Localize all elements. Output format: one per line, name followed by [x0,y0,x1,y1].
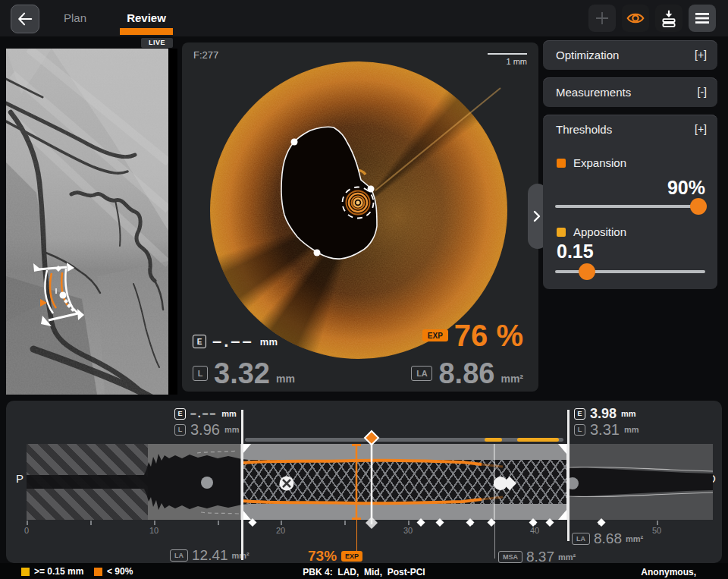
menu-button[interactable] [689,5,716,32]
contour-point [368,186,375,193]
proximal-reference-line [241,410,243,560]
distal-diameter-row: L 3.31 mm [574,421,639,438]
frame-marker [201,477,213,489]
top-bar: Plan Review [0,0,728,36]
accordion-thresholds[interactable]: Thresholds [+] Expansion 90% Apposition … [543,115,717,289]
proximal-diameter-row: L 3.96 mm [174,421,240,438]
frame-cursor [371,439,373,524]
ruler-40: 40 [530,526,539,535]
distal-reference-line [567,410,570,541]
oct-lumen-diameter: L 3.32 mm [193,358,295,389]
proximal-expansion-row: E –.–– mm [174,407,237,420]
e-badge: E [193,335,206,348]
longitudinal-vessel-view[interactable] [27,444,713,520]
proximal-lumen-area: LA 12.41 mm² [170,548,249,563]
msa-reference-line [494,521,496,559]
la-unit: mm² [626,534,643,543]
la-badge: LA [572,533,590,545]
ruler-20: 20 [276,526,285,535]
e-value: –.–– [212,332,254,351]
la-badge: LA [411,366,432,381]
la-badge: LA [170,549,188,562]
status-bar: >= 0.15 mm < 90% PBK 4: LAD, Mid, Post-P… [0,563,728,579]
add-button[interactable] [588,5,616,32]
exp-badge: EXP [422,329,448,341]
export-button[interactable] [655,5,682,32]
expansion-slider[interactable] [555,205,705,208]
ruler-50: 50 [652,526,661,535]
pullback-info: PBK 4: LAD, Mid, Post-PCI [0,567,728,577]
e-unit: mm [260,336,278,348]
exp-badge: EXP [341,551,362,562]
pullback-scrollbar[interactable] [245,438,563,442]
hamburger-menu-icon [693,9,711,27]
e-unit: mm [221,409,237,418]
expansion-slider-thumb[interactable] [690,198,707,215]
app-window: Plan Review [0,0,728,579]
optimization-label: Optimization [556,40,619,70]
contour-point [291,139,298,146]
exp-value: 73% [308,548,337,565]
malapposition-segment [485,438,502,442]
angiogram-image [6,49,168,395]
msa-label: MSA 8.37 mm² [498,549,576,565]
tab-plan[interactable]: Plan [64,0,86,36]
apposition-slider[interactable] [555,270,705,273]
l-badge: L [193,366,208,381]
l-value: 3.32 [214,359,270,388]
longitudinal-overlay [27,444,713,520]
oct-expansion-percent: EXP 76 % [422,320,523,351]
eye-icon [626,8,645,28]
back-button[interactable] [11,5,39,33]
apposition-slider-thumb[interactable] [579,263,595,280]
accordion-optimization[interactable]: Optimization [+] [543,40,717,70]
distal-expansion-row: E 3.98 mm [574,407,636,420]
thresholds-label: Thresholds [556,115,612,144]
oct-lumen-area: LA 8.86 mm² [411,358,523,389]
oct-cross-section-panel[interactable]: F:277 1 mm [182,42,538,392]
optimization-toggle[interactable]: [+] [695,40,707,70]
expansion-color-swatch [557,159,566,168]
e-value: –.–– [190,408,217,420]
l-badge: L [574,424,585,436]
ruler-0: 0 [24,526,29,535]
e-value: 3.98 [590,406,617,422]
plus-icon [593,9,611,27]
live-badge: LIVE [141,38,173,48]
measurements-label: Measurements [556,77,631,107]
longitudinal-panel: E –.–– mm L 3.96 mm E 3.98 mm L 3.31 mm [6,401,722,563]
angiography-view[interactable] [6,49,177,395]
measurements-toggle[interactable]: [-] [698,77,707,107]
min-expansion-label: 73% EXP [308,549,362,563]
expansion-value: 90% [667,177,705,199]
frame-cursor-diamond [365,431,378,445]
ruler-30: 30 [403,526,413,535]
msa-value: 8.37 [526,549,554,565]
l-badge: L [174,424,186,436]
l-unit: mm [624,425,639,434]
la-value: 8.86 [438,359,494,388]
l-unit: mm [276,373,295,385]
ruler-10: 10 [149,526,158,535]
msa-unit: mm² [558,552,576,562]
chevron-right-icon [529,209,544,224]
thresholds-toggle[interactable]: [+] [695,115,707,144]
oct-expansion-distance: E –.–– mm [193,334,278,349]
visibility-button[interactable] [622,5,649,32]
distal-lumen-area: LA 8.68 mm² [572,531,643,546]
apposition-value: 0.15 [557,241,594,263]
la-value: 8.68 [594,530,622,547]
bookmark-diamonds [249,518,606,527]
malapposition-segment [517,438,559,442]
l-value: 3.96 [190,421,220,439]
back-arrow-icon [17,11,33,27]
active-tab-underline [120,28,173,35]
contour-point [314,250,321,256]
exp-value: 76 % [454,320,523,351]
accordion-measurements[interactable]: Measurements [-] [543,77,717,107]
l-value: 3.31 [590,421,620,439]
l-unit: mm [224,425,240,434]
e-badge: E [174,408,186,420]
patient-name: Anonymous, [641,567,696,577]
export-download-icon [659,8,679,28]
